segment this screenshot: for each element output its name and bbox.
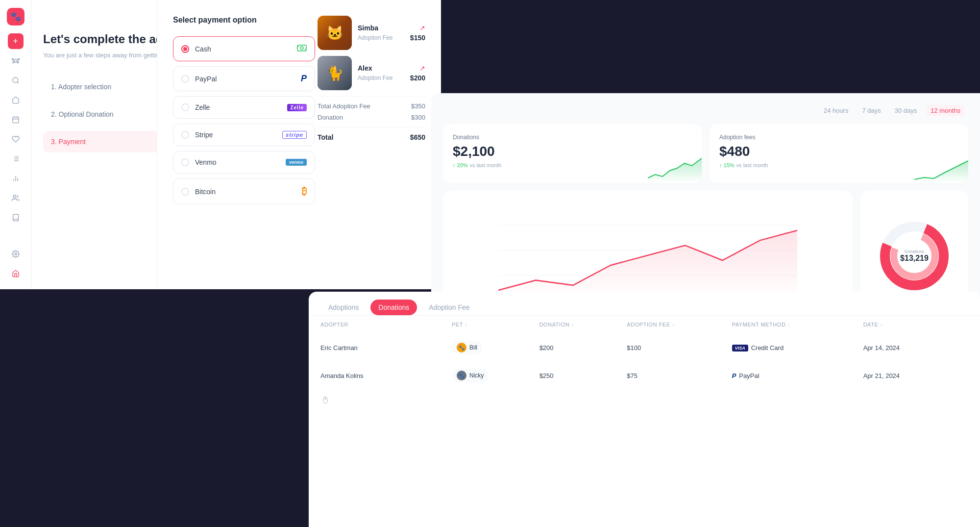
pet-fee-simba: $150: [410, 34, 425, 42]
sidebar-item-users[interactable]: [8, 190, 24, 206]
radio-zelle: [181, 103, 189, 111]
svg-point-3: [13, 62, 14, 63]
dashboard-header: 24 hours 7 days 30 days 12 months: [431, 93, 980, 124]
cell-pet-2: 🐾 Nicky: [452, 369, 489, 382]
payment-option-paypal[interactable]: PayPal P: [173, 66, 315, 91]
payment-option-cash[interactable]: Cash: [173, 36, 315, 61]
payment-option-venmo[interactable]: Venmo venmo: [173, 151, 315, 174]
time-filter: 24 hours 7 days 30 days 12 months: [820, 105, 964, 116]
app-logo: 🐾: [7, 8, 24, 25]
radio-stripe: [181, 131, 189, 139]
payment-option-zelle[interactable]: Zelle Zelle: [173, 96, 315, 119]
stat-change-fees: ↑ 15%: [719, 162, 735, 168]
col-header-date[interactable]: DATE ↕: [863, 322, 968, 327]
payment-option-stripe[interactable]: Stripe stripe: [173, 124, 315, 146]
radio-cash: [181, 45, 189, 53]
pet-image-alex: 🐈: [318, 56, 352, 90]
filter-12m[interactable]: 12 months: [927, 105, 964, 116]
bottom-panel: Adoptions Donations Adoption Fee ADOPTER…: [309, 292, 980, 527]
donut-value: $13,219: [900, 254, 929, 263]
svg-point-4: [17, 62, 19, 63]
payment-options-list: Cash PayPal P Zelle: [173, 36, 315, 204]
cell-payment-1: VISA Credit Card: [732, 344, 784, 351]
mini-chart-fees: [914, 156, 968, 183]
cell-donation-1: $200: [539, 344, 627, 351]
svg-point-20: [15, 253, 17, 255]
cell-adopter-1: Eric Cartman: [320, 344, 452, 351]
cell-adopter-2: Amanda Kolins: [320, 372, 452, 379]
mini-chart-donations: [648, 156, 702, 183]
scroll-icon: [320, 396, 330, 405]
cell-payment-2: P PayPal: [732, 372, 760, 379]
pet-link-alex[interactable]: ↗: [419, 64, 425, 72]
pet-card-simba: 🐱 Simba ↗ Adoption Fee $150: [318, 16, 425, 50]
col-header-adoption-fee[interactable]: ADOPTION FEE ↕: [627, 322, 732, 327]
visa-icon: VISA: [732, 345, 748, 351]
table-row: Amanda Kolins 🐾 Nicky $250 $75 P PayPal …: [309, 362, 980, 390]
cash-icon: [297, 44, 307, 54]
svg-rect-46: [323, 397, 327, 403]
cell-date-2: Apr 21, 2024: [863, 372, 968, 379]
stat-change-donations: ↑ 20%: [453, 162, 468, 168]
col-header-pet[interactable]: PET ↕: [452, 322, 539, 327]
sidebar-item-paw[interactable]: [8, 53, 24, 69]
sidebar-item-settings[interactable]: [8, 246, 24, 262]
filter-30d[interactable]: 30 days: [891, 105, 921, 116]
bitcoin-icon: ₿: [302, 186, 307, 197]
sidebar: 🐾 +: [0, 0, 31, 289]
pet-link-simba[interactable]: ↗: [419, 24, 425, 32]
center-panel: Select payment option Cash PayPal: [157, 0, 441, 289]
tab-adoption-fee[interactable]: Adoption Fee: [421, 300, 477, 315]
tab-adoptions[interactable]: Adoptions: [320, 300, 367, 315]
stat-card-adoption-fees: Adoption fees $480 ↑ 15% vs last month: [710, 124, 968, 183]
cell-adoption-fee-1: $100: [627, 344, 732, 351]
svg-point-28: [300, 47, 303, 50]
radio-bitcoin: [181, 188, 189, 196]
pet-name-simba: Simba: [358, 24, 378, 32]
sidebar-item-home[interactable]: [8, 92, 24, 108]
cell-date-1: Apr 14, 2024: [863, 344, 968, 351]
filter-24h[interactable]: 24 hours: [820, 105, 853, 116]
cell-adoption-fee-2: $75: [627, 372, 732, 379]
svg-point-19: [13, 195, 16, 198]
sidebar-item-list[interactable]: [8, 151, 24, 167]
pet-image-simba: 🐱: [318, 16, 352, 50]
col-header-donation[interactable]: DONATION ↕: [539, 322, 627, 327]
paypal-icon: P: [301, 74, 307, 84]
summary-total: Total $650: [318, 133, 425, 141]
stats-row: Donations $2,100 ↑ 20% vs last month: [431, 124, 980, 191]
stripe-icon: stripe: [282, 131, 307, 139]
svg-point-47: [325, 398, 326, 400]
summary-donation: Donation $300: [318, 114, 425, 121]
pet-name-alex: Alex: [358, 64, 372, 72]
filter-7d[interactable]: 7 days: [858, 105, 884, 116]
sidebar-item-home-active[interactable]: [8, 266, 24, 281]
svg-point-5: [13, 77, 18, 83]
svg-point-2: [18, 59, 19, 60]
sidebar-item-search[interactable]: [8, 73, 24, 88]
pet-fee-alex: $200: [410, 74, 425, 82]
scroll-area: [309, 390, 980, 411]
order-summary: 🐱 Simba ↗ Adoption Fee $150 🐈: [318, 16, 425, 145]
pet-card-alex: 🐈 Alex ↗ Adoption Fee $200: [318, 56, 425, 90]
sidebar-item-heart[interactable]: [8, 131, 24, 147]
sidebar-item-chart[interactable]: [8, 171, 24, 186]
zelle-icon: Zelle: [287, 104, 307, 111]
table-header: ADOPTER PET ↕ DONATION ↕ ADOPTION FEE ↕ …: [309, 316, 980, 334]
stat-card-donations: Donations $2,100 ↑ 20% vs last month: [443, 124, 702, 183]
sidebar-item-book[interactable]: [8, 210, 24, 226]
payment-option-bitcoin[interactable]: Bitcoin ₿: [173, 178, 315, 204]
svg-rect-27: [297, 45, 306, 51]
summary-total-fee: Total Adoption Fee $350: [318, 102, 425, 110]
add-button[interactable]: +: [8, 33, 24, 49]
svg-point-0: [14, 59, 17, 62]
svg-point-1: [12, 59, 13, 60]
radio-venmo: [181, 158, 189, 166]
donut-label: Donations: [900, 249, 929, 254]
tab-donations[interactable]: Donations: [370, 300, 417, 315]
col-header-payment-method[interactable]: PAYMENT METHOD ↕: [732, 322, 863, 327]
cell-pet-1: 🐾 Bill: [452, 341, 482, 354]
sidebar-item-calendar[interactable]: [8, 112, 24, 127]
paypal-icon-row: P: [732, 372, 736, 379]
table-row: Eric Cartman 🐾 Bill $200 $100 VISA Credi…: [309, 334, 980, 362]
